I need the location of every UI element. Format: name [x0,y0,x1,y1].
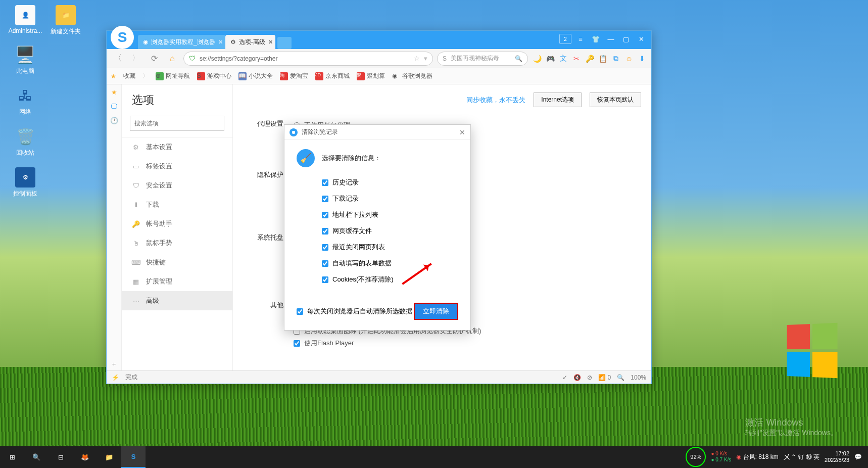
search-placeholder: 美国再现神秘病毒 [451,54,499,63]
clear-now-button[interactable]: 立即清除 [414,303,458,320]
page-title: 选项 [122,84,232,116]
sogou-icon [290,128,298,136]
close-icon[interactable]: ✕ [218,39,223,45]
notifications-icon[interactable]: 💬 [854,453,862,460]
note-icon[interactable]: 📋 [598,54,608,64]
check-form-data[interactable] [322,260,328,267]
address-bar[interactable]: 🛡 ☆ ▾ [183,52,433,66]
back-button[interactable]: 〈 [111,52,125,66]
check-downloads[interactable] [322,196,328,202]
star-icon[interactable]: ★ [110,87,119,97]
taskbar-firefox[interactable]: 🦊 [73,446,97,468]
tab-settings[interactable]: ⚙ 选项-高级 ✕ [225,35,275,49]
close-button[interactable]: ✕ [635,34,647,44]
face-icon[interactable]: ☺ [624,54,634,64]
bookmark-navigation[interactable]: ⊕网址导航 [156,72,190,80]
taskbar-explorer[interactable]: 📁 [97,446,121,468]
broom-icon: 🧹 [297,149,315,167]
clock[interactable]: 17:02 2022/8/23 [825,450,849,463]
star-icon[interactable]: ☆ [414,55,420,62]
check-cache[interactable] [322,228,328,235]
weather-widget[interactable]: ◉ 台风: 818 km [736,453,778,461]
key-icon[interactable]: 🔑 [585,54,595,64]
screenshot-icon[interactable]: ✂ [571,54,582,64]
menu-security[interactable]: 🛡安全设置 [122,176,232,195]
minimize-button[interactable]: — [605,34,617,44]
tab-tutorial[interactable]: ◉ 浏览器实用教程_浏览器 ✕ [138,35,225,49]
ad-block-icon[interactable]: ⊘ [587,374,592,381]
plus-icon[interactable]: + [110,361,119,370]
forward-button[interactable]: 〉 [129,52,143,66]
zoom-icon[interactable]: 🔍 [617,374,624,381]
desktop-icon-this-pc[interactable]: 🖥️此电脑 [5,44,45,75]
broadcast-icon[interactable]: 📶 0 [598,374,611,381]
mouse-icon: 🖱 [132,239,140,247]
mute-icon[interactable]: 🔇 [573,374,581,381]
menu-icon[interactable]: ≡ [574,34,587,44]
desktop-icon-administrator[interactable]: 👤Administra... [5,5,45,34]
check-addressbar[interactable] [322,212,328,218]
taskbar-sogou[interactable]: S [121,446,146,468]
address-input[interactable] [200,55,410,62]
menu-download[interactable]: ⬇下载 [122,195,232,214]
home-button[interactable]: ⌂ [165,52,179,66]
bookmark-novels[interactable]: 📖小说大全 [238,72,273,80]
menu-tabs[interactable]: ▭标签设置 [122,157,232,176]
game-icon[interactable]: 🎮 [545,54,555,64]
chevron-down-icon[interactable]: ▾ [424,55,427,62]
internet-options-button[interactable]: Internet选项 [534,92,582,107]
desktop-icon-recycle-bin[interactable]: 🗑️回收站 [5,126,45,157]
bookmark-taobao[interactable]: 淘爱淘宝 [280,72,308,80]
browser-logo-icon[interactable]: S [111,26,134,49]
windows-logo-decoration [787,323,838,378]
bookmark-jd[interactable]: JD京东商城 [315,72,350,80]
task-view-button[interactable]: ⊟ [49,446,73,468]
desktop-icon-network[interactable]: 🖧网络 [5,85,45,116]
check-icon[interactable]: ✓ [562,374,567,381]
menu-shortcut[interactable]: ⌨快捷键 [122,253,232,272]
refresh-button[interactable]: ⟳ [147,52,161,66]
desktop-icon-control-panel[interactable]: ⚙控制面板 [5,167,45,198]
translate-icon[interactable]: 文 [558,54,568,64]
search-options-input[interactable] [130,116,224,131]
monitor-icon[interactable]: 🖵 [110,102,119,111]
cpu-gauge[interactable]: 92% [686,447,706,467]
close-icon[interactable]: ✕ [459,128,465,136]
menu-extensions[interactable]: ▦扩展管理 [122,272,232,291]
keyboard-icon: ⌨ [132,258,140,266]
settings-sidebar: 选项 ⚙基本设置 ▭标签设置 🛡安全设置 ⬇下载 🔑帐号助手 🖱鼠标手势 ⌨快捷… [122,84,233,370]
moon-icon[interactable]: 🌙 [532,54,542,64]
menu-advanced[interactable]: ⋯高级 [122,291,232,310]
check-recent-closed[interactable] [322,244,328,251]
menu-account[interactable]: 🔑帐号助手 [122,214,232,233]
bookmarks-bar: ★ 收藏 〉 ⊕网址导航 S游戏中心 📖小说大全 淘爱淘宝 JD京东商城 聚聚划… [107,68,651,84]
check-cookies[interactable] [322,276,328,283]
start-button[interactable]: ⊞ [0,446,24,468]
close-icon[interactable]: ✕ [268,39,273,45]
copy-icon[interactable]: ⧉ [611,54,621,64]
lightning-icon[interactable]: ⚡ [112,374,119,381]
download-icon[interactable]: ⬇ [637,54,647,64]
star-icon: ★ [111,73,116,80]
bookmark-juhuasuan[interactable]: 聚聚划算 [357,72,385,80]
menu-basic[interactable]: ⚙基本设置 [122,137,232,157]
history-icon[interactable]: 🕐 [110,116,119,125]
search-icon[interactable]: 🔍 [515,55,522,62]
check-auto-clear[interactable] [297,308,303,315]
search-button[interactable]: 🔍 [24,446,49,468]
account-badge[interactable]: 2 [559,34,571,44]
sync-link[interactable]: 同步收藏，永不丢失 [466,96,525,105]
check-flash[interactable] [294,340,300,347]
bookmark-games[interactable]: S游戏中心 [197,72,231,80]
skin-icon[interactable]: 👕 [590,34,602,44]
check-history[interactable] [322,179,328,186]
net-speed: ● 0 K/s ● 0.7 K/s [711,451,731,463]
menu-gestures[interactable]: 🖱鼠标手势 [122,233,232,253]
desktop-icon-new-folder[interactable]: 📁新建文件夹 [45,5,86,36]
new-tab-button[interactable] [277,37,292,49]
bookmark-chrome[interactable]: ◉谷歌浏览器 [392,72,432,80]
maximize-button[interactable]: ▢ [620,34,632,44]
restore-defaults-button[interactable]: 恢复本页默认 [590,92,641,107]
search-bar[interactable]: S 美国再现神秘病毒 🔍 [437,52,528,66]
tray-icons[interactable]: 㐅 ⌃ 钉 ⑩ 英 [784,453,819,461]
